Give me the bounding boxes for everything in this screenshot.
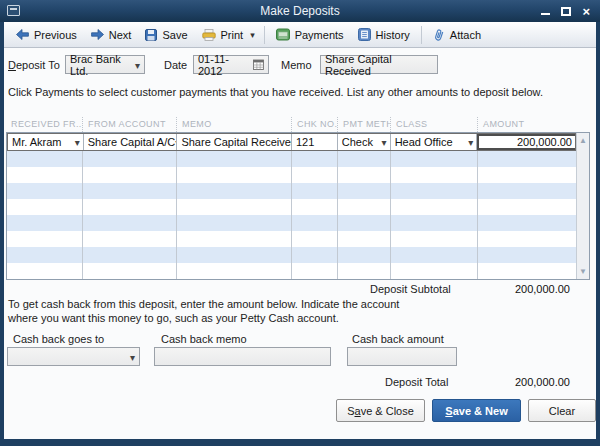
- empty-cell[interactable]: [338, 231, 391, 247]
- empty-cell[interactable]: [338, 183, 391, 199]
- column-header-amount[interactable]: AMOUNT: [477, 117, 575, 132]
- history-button[interactable]: History: [351, 24, 417, 46]
- empty-cell[interactable]: [391, 215, 478, 231]
- empty-cell[interactable]: [292, 183, 338, 199]
- table-row-empty[interactable]: [7, 215, 576, 231]
- empty-cell[interactable]: [292, 247, 338, 263]
- memo-input[interactable]: Share Capital Received: [320, 55, 438, 74]
- deposit-to-select[interactable]: Brac Bank Ltd.: [65, 55, 145, 74]
- calendar-icon[interactable]: [253, 59, 264, 70]
- empty-cell[interactable]: [391, 247, 478, 263]
- table-row-empty[interactable]: [7, 151, 576, 167]
- empty-cell[interactable]: [83, 215, 177, 231]
- next-button[interactable]: Next: [84, 24, 139, 46]
- empty-cell[interactable]: [292, 151, 338, 167]
- empty-cell[interactable]: [478, 151, 576, 167]
- empty-cell[interactable]: [83, 231, 177, 247]
- attach-button[interactable]: Attach: [426, 24, 488, 46]
- cell-from-account[interactable]: Share Capital A/C: [84, 134, 178, 150]
- column-header-memo[interactable]: MEMO: [176, 117, 291, 132]
- empty-cell[interactable]: [83, 183, 177, 199]
- empty-cell[interactable]: [391, 183, 478, 199]
- empty-cell[interactable]: [391, 167, 478, 183]
- empty-cell[interactable]: [391, 151, 478, 167]
- save-and-close-button[interactable]: Save & Close: [336, 399, 425, 422]
- empty-cell[interactable]: [391, 231, 478, 247]
- table-row-empty[interactable]: [7, 263, 576, 279]
- clear-button[interactable]: Clear: [528, 399, 596, 422]
- empty-cell[interactable]: [338, 263, 391, 279]
- empty-cell[interactable]: [391, 263, 478, 279]
- cell-chk-no[interactable]: 121: [292, 134, 338, 150]
- close-button[interactable]: [582, 7, 590, 16]
- empty-cell[interactable]: [177, 167, 292, 183]
- empty-cell[interactable]: [7, 247, 83, 263]
- empty-cell[interactable]: [478, 247, 576, 263]
- empty-cell[interactable]: [83, 199, 177, 215]
- empty-cell[interactable]: [83, 263, 177, 279]
- empty-cell[interactable]: [7, 199, 83, 215]
- scroll-up-icon[interactable]: [577, 134, 589, 147]
- maximize-button[interactable]: [561, 7, 571, 16]
- empty-cell[interactable]: [478, 215, 576, 231]
- empty-cell[interactable]: [292, 199, 338, 215]
- empty-cell[interactable]: [7, 183, 83, 199]
- date-input[interactable]: 01-11-2012: [193, 55, 269, 74]
- table-row-empty[interactable]: [7, 183, 576, 199]
- empty-cell[interactable]: [292, 215, 338, 231]
- empty-cell[interactable]: [83, 151, 177, 167]
- chevron-down-icon[interactable]: [75, 136, 80, 148]
- empty-cell[interactable]: [7, 167, 83, 183]
- empty-cell[interactable]: [391, 199, 478, 215]
- empty-cell[interactable]: [338, 199, 391, 215]
- minimize-button[interactable]: [541, 7, 550, 15]
- column-header-received-from[interactable]: RECEIVED FR...: [6, 117, 82, 132]
- empty-cell[interactable]: [177, 199, 292, 215]
- empty-cell[interactable]: [177, 247, 292, 263]
- column-header-from-account[interactable]: FROM ACCOUNT: [82, 117, 176, 132]
- previous-button[interactable]: Previous: [9, 24, 84, 46]
- empty-cell[interactable]: [478, 199, 576, 215]
- empty-cell[interactable]: [177, 231, 292, 247]
- empty-cell[interactable]: [478, 183, 576, 199]
- empty-cell[interactable]: [83, 247, 177, 263]
- empty-cell[interactable]: [7, 231, 83, 247]
- empty-cell[interactable]: [338, 247, 391, 263]
- cashback-amount-input[interactable]: [347, 347, 457, 366]
- table-row-empty[interactable]: [7, 167, 576, 183]
- empty-cell[interactable]: [338, 151, 391, 167]
- empty-cell[interactable]: [7, 263, 83, 279]
- column-header-class[interactable]: CLASS: [390, 117, 477, 132]
- table-row-empty[interactable]: [7, 199, 576, 215]
- empty-cell[interactable]: [7, 215, 83, 231]
- cell-received-from[interactable]: Mr. Akram: [8, 134, 84, 150]
- cell-pmt-meth[interactable]: Check: [338, 134, 391, 150]
- cashback-memo-input[interactable]: [154, 347, 331, 366]
- empty-cell[interactable]: [478, 231, 576, 247]
- column-header-chk-no[interactable]: CHK NO.: [291, 117, 337, 132]
- chevron-down-icon[interactable]: [382, 136, 387, 148]
- empty-cell[interactable]: [177, 151, 292, 167]
- scroll-down-icon[interactable]: [577, 265, 589, 278]
- empty-cell[interactable]: [83, 167, 177, 183]
- empty-cell[interactable]: [177, 183, 292, 199]
- table-row-1[interactable]: Mr. Akram Share Capital A/C Share Capita…: [7, 133, 576, 151]
- table-row-empty[interactable]: [7, 247, 576, 263]
- empty-cell[interactable]: [338, 167, 391, 183]
- empty-cell[interactable]: [478, 263, 576, 279]
- column-header-pmt-meth[interactable]: PMT METH.: [337, 117, 390, 132]
- empty-cell[interactable]: [478, 167, 576, 183]
- table-row-empty[interactable]: [7, 231, 576, 247]
- vertical-scrollbar[interactable]: [576, 133, 589, 279]
- empty-cell[interactable]: [292, 167, 338, 183]
- empty-cell[interactable]: [338, 215, 391, 231]
- save-button[interactable]: Save: [138, 24, 194, 46]
- empty-cell[interactable]: [177, 263, 292, 279]
- cell-memo[interactable]: Share Capital Received: [177, 134, 292, 150]
- chevron-down-icon[interactable]: [468, 136, 473, 148]
- empty-cell[interactable]: [7, 151, 83, 167]
- empty-cell[interactable]: [292, 231, 338, 247]
- payments-button[interactable]: Payments: [269, 24, 351, 46]
- cell-class[interactable]: Head Office: [391, 134, 478, 150]
- save-and-new-button[interactable]: Save & New: [432, 399, 521, 422]
